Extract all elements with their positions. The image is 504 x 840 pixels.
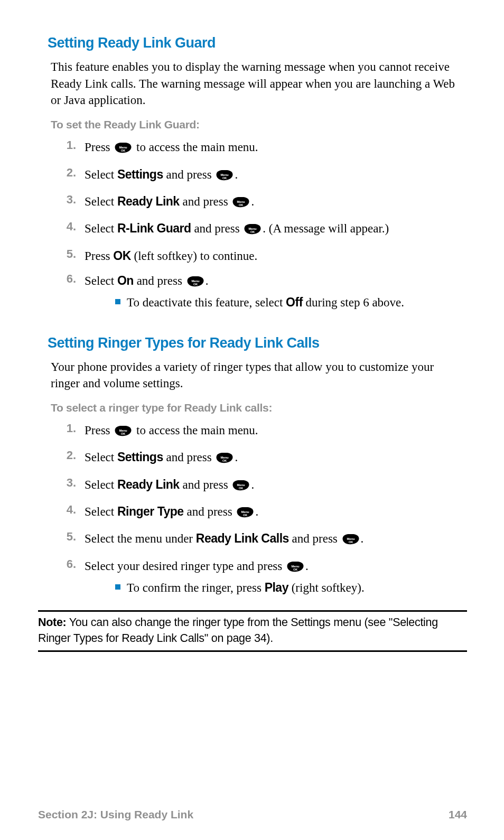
text-fragment: . (A message will appear.) (263, 222, 389, 235)
step-text: Select your desired ringer type and pres… (85, 557, 467, 603)
text-fragment: Select (85, 478, 117, 491)
step-text: Select the menu under Ready Link Calls a… (85, 530, 467, 549)
intro-paragraph: Your phone provides a variety of ringer … (51, 359, 464, 392)
text-fragment: To confirm the ringer, press (127, 581, 265, 594)
text-fragment: . (206, 274, 209, 287)
sub-bullet-list: To confirm the ringer, press Play (right… (115, 579, 467, 596)
subhead-set-guard: To set the Ready Link Guard: (51, 118, 464, 131)
step-number: 3. (57, 193, 85, 207)
text-fragment: Press (85, 249, 113, 263)
text-fragment: Select (85, 195, 117, 208)
bold-term: OK (113, 249, 131, 263)
step-number: 6. (57, 272, 85, 286)
step-text: Select On and press . To deactivate this… (85, 272, 467, 318)
note-label: Note: (38, 616, 66, 629)
step-item: 6. Select your desired ringer type and p… (57, 557, 467, 603)
intro-paragraph: This feature enables you to display the … (51, 59, 464, 109)
step-item: 6. Select On and press . To deactivate t… (57, 272, 467, 318)
text-fragment: to access the main menu. (133, 424, 258, 437)
step-item: 2. Select Settings and press . (57, 166, 467, 185)
steps-list-ringer: 1. Press to access the main menu. 2. Sel… (48, 422, 467, 603)
menu-ok-icon (114, 424, 132, 441)
bold-term: R-Link Guard (117, 221, 191, 235)
menu-ok-icon (286, 559, 304, 577)
step-text: Select Ready Link and press . (85, 476, 467, 496)
note-text: You can also change the ringer type from… (38, 616, 438, 644)
text-fragment: To deactivate this feature, select (127, 296, 286, 309)
step-text: Press OK (left softkey) to continue. (85, 247, 467, 265)
step-item: 5. Select the menu under Ready Link Call… (57, 530, 467, 549)
text-fragment: and press (289, 532, 341, 545)
menu-ok-icon (236, 505, 254, 522)
text-fragment: Select the menu under (85, 532, 196, 545)
step-number: 1. (57, 422, 85, 435)
text-fragment: and press (134, 274, 185, 287)
footer-section-title: Section 2J: Using Ready Link (38, 808, 193, 821)
step-item: 1. Press to access the main menu. (57, 422, 467, 441)
bold-term: Ready Link (117, 478, 180, 491)
document-page: Setting Ready Link Guard This feature en… (0, 0, 504, 840)
text-fragment: and press (180, 195, 231, 208)
text-fragment: Select (85, 274, 117, 287)
footer-page-number: 144 (449, 808, 467, 821)
step-text: Press to access the main menu. (85, 138, 467, 158)
bold-term: Off (286, 295, 303, 309)
bold-term: On (117, 274, 134, 287)
step-number: 3. (57, 476, 85, 490)
step-number: 4. (57, 220, 85, 234)
steps-list-guard: 1. Press to access the main menu. 2. Sel… (48, 138, 467, 318)
square-bullet-icon (115, 584, 120, 590)
text-fragment: Select your desired ringer type and pres… (85, 559, 285, 573)
text-fragment: and press (191, 222, 243, 235)
menu-ok-icon (114, 141, 132, 158)
heading-ready-link-guard: Setting Ready Link Guard (48, 35, 467, 51)
step-number: 2. (57, 449, 85, 462)
step-item: 2. Select Settings and press . (57, 449, 467, 468)
square-bullet-icon (115, 299, 120, 304)
step-number: 4. (57, 503, 85, 517)
step-text: Select Settings and press . (85, 449, 467, 468)
heading-ringer-types: Setting Ringer Types for Ready Link Call… (48, 335, 467, 351)
text-fragment: . (255, 505, 258, 518)
text-fragment: (right softkey). (288, 581, 365, 594)
step-text: Select Settings and press . (85, 166, 467, 185)
bold-term: Ringer Type (117, 505, 184, 518)
bold-term: Settings (117, 450, 163, 464)
step-number: 2. (57, 166, 85, 180)
text-fragment: and press (163, 168, 215, 181)
bold-term: Settings (117, 167, 163, 181)
page-footer: Section 2J: Using Ready Link 144 (38, 808, 467, 821)
step-item: 3. Select Ready Link and press . (57, 193, 467, 212)
sub-bullet-item: To confirm the ringer, press Play (right… (115, 579, 467, 596)
text-fragment: and press (163, 451, 215, 464)
step-number: 5. (57, 247, 85, 261)
step-item: 5. Press OK (left softkey) to continue. (57, 247, 467, 265)
text-fragment: and press (184, 505, 236, 518)
step-text: Select Ringer Type and press . (85, 503, 467, 522)
menu-ok-icon (342, 532, 360, 549)
step-item: 3. Select Ready Link and press . (57, 476, 467, 496)
text-fragment: . (251, 478, 254, 491)
step-number: 6. (57, 557, 85, 571)
text-fragment: to access the main menu. (133, 141, 258, 154)
step-text: Press to access the main menu. (85, 422, 467, 441)
text-fragment: Select (85, 222, 117, 235)
step-text: Select Ready Link and press . (85, 193, 467, 212)
bold-term: Ready Link Calls (196, 531, 289, 545)
text-fragment: . (251, 195, 254, 208)
text-fragment: . (235, 168, 238, 181)
text-fragment: . (361, 532, 364, 545)
sub-bullet-item: To deactivate this feature, select Off d… (115, 294, 467, 311)
step-number: 5. (57, 530, 85, 544)
menu-ok-icon (216, 168, 234, 185)
step-text: Select R-Link Guard and press . (A messa… (85, 220, 467, 239)
sub-bullet-text: To deactivate this feature, select Off d… (127, 294, 404, 311)
text-fragment: (left softkey) to continue. (131, 249, 258, 263)
menu-ok-icon (232, 478, 250, 496)
sub-bullet-list: To deactivate this feature, select Off d… (115, 294, 467, 311)
menu-ok-icon (186, 274, 204, 292)
step-number: 1. (57, 138, 85, 152)
menu-ok-icon (232, 195, 250, 212)
step-item: 4. Select Ringer Type and press . (57, 503, 467, 522)
text-fragment: Select (85, 505, 117, 518)
